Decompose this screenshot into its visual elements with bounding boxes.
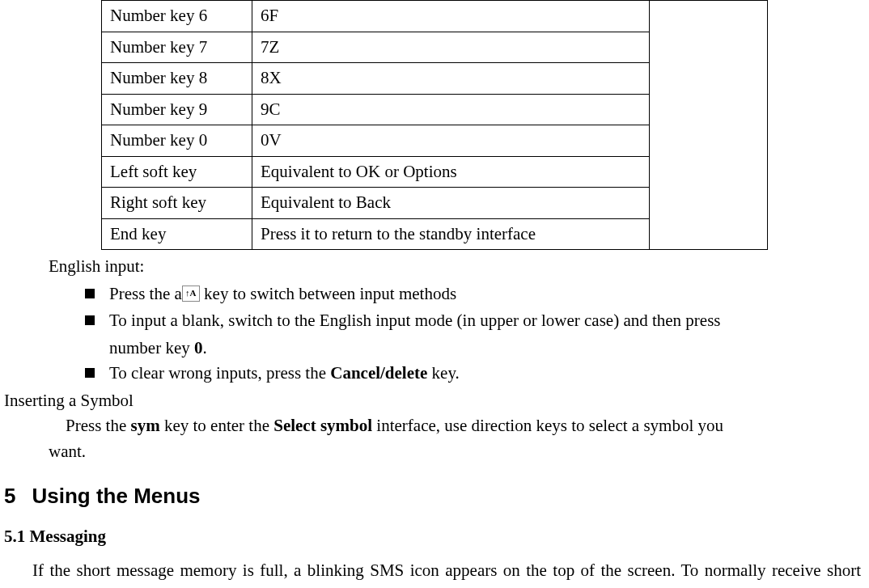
text: key to enter the [160, 416, 274, 435]
english-input-label: English input: [49, 254, 865, 280]
inserting-symbol-body: Press the sym key to enter the Select sy… [49, 413, 861, 439]
cell-val: 0V [252, 125, 650, 157]
cell-val: Equivalent to OK or Options [252, 156, 650, 188]
cell-key: Number key 9 [102, 94, 252, 125]
subsection-heading: 5.1 Messaging [4, 524, 865, 550]
text: interface, use direction keys to select … [372, 416, 723, 435]
square-bullet-icon [85, 368, 95, 378]
text: Press the a [109, 284, 182, 303]
list-item: Press the a↑A key to switch between inpu… [85, 281, 865, 307]
section-title: Using the Menus [32, 484, 200, 508]
cell-key: Left soft key [102, 156, 252, 188]
square-bullet-icon [85, 289, 95, 298]
list-item-continuation: number key 0. [109, 336, 865, 362]
cell-key: Number key 7 [102, 32, 252, 63]
inserting-symbol-body-line2: want. [49, 439, 865, 465]
cell-key: End key [102, 218, 252, 250]
cell-key: Number key 6 [102, 1, 252, 32]
inserting-symbol-heading: Inserting a Symbol [4, 388, 865, 414]
bold-text: Cancel/delete [330, 363, 427, 383]
cell-key: Right soft key [102, 188, 252, 219]
cell-val: Equivalent to Back [252, 188, 650, 219]
list-item: To clear wrong inputs, press the Cancel/… [85, 361, 865, 387]
table-row: Number key 6 6F [102, 1, 768, 32]
text: key. [427, 363, 459, 383]
key-table: Number key 6 6F Number key 7 7Z Number k… [101, 0, 768, 250]
bold-text: sym [131, 416, 160, 435]
cell-val: 6F [252, 1, 650, 32]
messaging-body: If the short message memory is full, a b… [12, 558, 861, 589]
cell-val: Press it to return to the standby interf… [252, 218, 650, 250]
cell-val: 9C [252, 94, 650, 125]
section-heading: 5Using the Menus [4, 480, 865, 512]
bold-text: Select symbol [273, 416, 372, 435]
cell-val: 8X [252, 63, 650, 95]
text: To input a blank, switch to the English … [109, 311, 721, 330]
section-number: 5 [4, 484, 15, 508]
text: Press the [66, 416, 131, 435]
text: . [202, 338, 206, 357]
cell-empty [650, 1, 768, 250]
cell-key: Number key 0 [102, 125, 252, 157]
cell-val: 7Z [252, 32, 650, 63]
bold-text: 0 [194, 338, 203, 357]
square-bullet-icon [85, 315, 95, 325]
text: key to switch between input methods [200, 284, 456, 303]
input-method-icon: ↑A [182, 286, 200, 302]
text: To clear wrong inputs, press the [109, 363, 330, 383]
list-item: To input a blank, switch to the English … [85, 308, 865, 334]
cell-key: Number key 8 [102, 63, 252, 95]
bullet-list: Press the a↑A key to switch between inpu… [85, 281, 865, 387]
text: number key [109, 338, 194, 357]
